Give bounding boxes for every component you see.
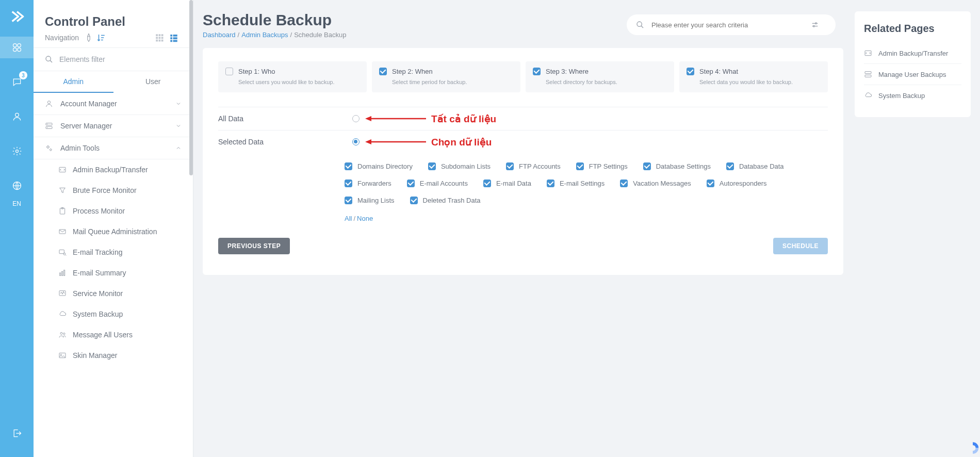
option-label: E-mail Settings	[560, 179, 605, 187]
option-checkbox[interactable]	[643, 162, 651, 170]
option-checkbox[interactable]	[483, 179, 491, 187]
data-option[interactable]: Autoresponders	[707, 179, 767, 187]
svg-point-26	[47, 124, 47, 124]
sidebar-sub-skin-manager[interactable]: Skin Manager	[34, 345, 193, 366]
cloud-icon	[864, 91, 872, 100]
sidebar-sub-system-backup[interactable]: System Backup	[34, 304, 193, 324]
related-admin-backup[interactable]: Admin Backup/Transfer	[864, 43, 961, 64]
sidebar-item-server-manager[interactable]: Server Manager	[34, 115, 193, 137]
option-checkbox[interactable]	[726, 162, 734, 170]
data-option[interactable]: FTP Accounts	[506, 162, 561, 170]
sidebar-filter-text: Elements filter	[59, 55, 105, 63]
data-option[interactable]: Forwarders	[345, 179, 391, 187]
search-bar[interactable]	[627, 14, 836, 35]
rail-settings[interactable]	[0, 140, 34, 162]
step-checkbox	[379, 68, 387, 75]
sidebar-sub-email-tracking[interactable]: E-mail Tracking	[34, 242, 193, 263]
rail-logout[interactable]	[0, 422, 34, 444]
svg-rect-15	[161, 40, 164, 42]
breadcrumb-dashboard[interactable]: Dashboard	[203, 31, 236, 39]
related-manage-user[interactable]: Manage User Backups	[864, 64, 961, 85]
sidebar-sub-label: Process Monitor	[73, 207, 125, 215]
schedule-button[interactable]: SCHEDULE	[773, 238, 828, 254]
svg-rect-38	[64, 270, 65, 276]
list-view-icon[interactable]	[169, 33, 178, 42]
svg-rect-16	[170, 35, 172, 37]
pin-icon[interactable]	[84, 33, 93, 42]
data-option[interactable]: E-mail Data	[483, 179, 531, 187]
related-system-backup[interactable]: System Backup	[864, 85, 961, 106]
search-input[interactable]	[651, 21, 811, 29]
rail-globe[interactable]	[0, 175, 34, 197]
sidebar-sub-email-summary[interactable]: E-mail Summary	[34, 263, 193, 283]
option-checkbox[interactable]	[506, 162, 514, 170]
activity-icon	[58, 289, 67, 298]
option-checkbox[interactable]	[428, 162, 436, 170]
step-title: Step 3: Where	[546, 68, 589, 75]
sidebar-sub-service-monitor[interactable]: Service Monitor	[34, 283, 193, 304]
data-option[interactable]: Mailing Lists	[345, 197, 395, 204]
mail-search-icon	[58, 248, 67, 256]
select-none-link[interactable]: None	[357, 215, 373, 222]
previous-step-button[interactable]: PREVIOUS STEP	[218, 238, 290, 254]
data-option[interactable]: Vacation Messages	[620, 179, 691, 187]
svg-rect-12	[161, 37, 164, 39]
svg-rect-21	[173, 40, 177, 42]
data-option[interactable]: FTP Settings	[576, 162, 628, 170]
data-option[interactable]: Database Data	[726, 162, 784, 170]
option-checkbox[interactable]	[707, 179, 714, 187]
sidebar-sub-process-monitor[interactable]: Process Monitor	[34, 201, 193, 221]
filter-icon	[58, 186, 67, 194]
svg-point-49	[815, 23, 817, 24]
sidebar-sub-label: E-mail Summary	[73, 269, 126, 277]
option-checkbox[interactable]	[547, 179, 554, 187]
option-checkbox[interactable]	[345, 162, 352, 170]
select-all-link[interactable]: All	[345, 215, 352, 222]
sidebar-sub-brute-force[interactable]: Brute Force Monitor	[34, 180, 193, 201]
option-label: E-mail Data	[496, 179, 531, 187]
option-label: FTP Accounts	[519, 162, 561, 170]
step-3[interactable]: Step 3: WhereSelect directory for backup…	[526, 61, 674, 92]
tab-user[interactable]: User	[113, 71, 193, 93]
sidebar-filter[interactable]: Elements filter	[34, 47, 193, 71]
data-option[interactable]: Domains Directory	[345, 162, 413, 170]
option-checkbox[interactable]	[620, 179, 628, 187]
sidebar-sub-label: System Backup	[73, 310, 123, 318]
data-option[interactable]: E-mail Accounts	[407, 179, 468, 187]
option-checkbox[interactable]	[345, 179, 352, 187]
data-option[interactable]: Deleted Trash Data	[410, 197, 481, 204]
option-checkbox[interactable]	[410, 197, 418, 204]
radio-all-data[interactable]	[352, 115, 360, 122]
svg-rect-10	[156, 37, 158, 39]
sidebar-sub-message-all[interactable]: Message All Users	[34, 324, 193, 345]
sidebar-item-account-manager[interactable]: Account Manager	[34, 93, 193, 115]
rail-user[interactable]	[0, 106, 34, 127]
svg-rect-20	[170, 40, 172, 42]
option-checkbox[interactable]	[345, 197, 352, 204]
step-2[interactable]: Step 2: WhenSelect time period for backu…	[372, 61, 520, 92]
data-option[interactable]: Database Settings	[643, 162, 711, 170]
svg-point-1	[17, 44, 21, 47]
grid-view-icon[interactable]	[155, 33, 164, 42]
rail-lang[interactable]: EN	[12, 200, 21, 207]
svg-marker-47	[365, 139, 371, 144]
sidebar-sub-admin-backup[interactable]: Admin Backup/Transfer	[34, 159, 193, 180]
sidebar-item-admin-tools[interactable]: Admin Tools	[34, 137, 193, 159]
rail-messages[interactable]: 3	[0, 71, 34, 93]
step-1[interactable]: Step 1: WhoSelect users you would like t…	[218, 61, 367, 92]
related-item-label: System Backup	[878, 92, 925, 100]
tab-admin[interactable]: Admin	[34, 71, 113, 93]
step-4[interactable]: Step 4: WhatSelect data you would like t…	[679, 61, 828, 92]
scrollbar[interactable]	[189, 0, 193, 175]
data-option[interactable]: E-mail Settings	[547, 179, 605, 187]
related-item-label: Admin Backup/Transfer	[878, 50, 948, 57]
radio-selected-data[interactable]	[352, 138, 360, 145]
sidebar-sub-mail-queue[interactable]: Mail Queue Administration	[34, 221, 193, 242]
breadcrumb-admin-backups[interactable]: Admin Backups	[241, 31, 288, 39]
sort-list-icon[interactable]	[96, 33, 106, 42]
option-checkbox[interactable]	[407, 179, 415, 187]
data-option[interactable]: Subdomain Lists	[428, 162, 491, 170]
rail-dashboard[interactable]	[0, 37, 34, 58]
sliders-icon[interactable]	[811, 21, 819, 29]
option-checkbox[interactable]	[576, 162, 584, 170]
